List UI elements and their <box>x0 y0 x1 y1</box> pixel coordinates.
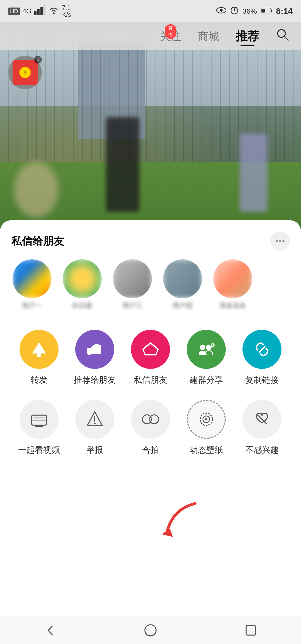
nav-tab-shangcheng[interactable]: 商城 <box>198 29 219 43</box>
actions-row-2: 一起看视频 举报 合拍 <box>11 400 290 456</box>
svg-line-42 <box>258 415 266 423</box>
friend-name: 亲友佳友 <box>213 301 252 310</box>
action-report[interactable]: 举报 <box>72 400 117 456</box>
svg-rect-34 <box>35 425 43 427</box>
action-not-interested[interactable]: 不感兴趣 <box>240 400 284 456</box>
not-interested-label: 不感兴趣 <box>245 444 279 456</box>
top-nav: 直播 关注 商城 推荐 <box>0 22 301 50</box>
svg-text:¥: ¥ <box>23 69 27 76</box>
home-button[interactable] <box>139 619 162 641</box>
friend-avatar <box>163 259 202 298</box>
speed-text: 7.1K/s <box>62 4 71 19</box>
red-envelope-inner: ¥ <box>13 60 38 85</box>
action-wallpaper[interactable]: 动态壁纸 <box>184 400 229 456</box>
search-button[interactable] <box>276 28 290 45</box>
friend-item[interactable]: 用户一 <box>11 259 53 310</box>
dm-friends-list: 用户一 向日葵 用户三 用户四 <box>11 259 290 310</box>
nav-tab-tuijian[interactable]: 推荐 <box>236 28 259 44</box>
svg-point-6 <box>220 9 223 12</box>
report-label: 举报 <box>86 444 103 456</box>
nav-tab-guanzhu[interactable]: 直播 关注 <box>160 29 181 43</box>
repost-label: 转发 <box>31 374 47 386</box>
friend-avatar <box>13 259 52 298</box>
watch-label: 一起看视频 <box>18 444 60 456</box>
actions-row-1: 转发 推荐给朋友 私信朋友 <box>11 330 290 386</box>
bottom-nav <box>0 616 301 644</box>
friend-avatar <box>113 259 152 298</box>
svg-point-19 <box>276 240 278 242</box>
svg-rect-2 <box>40 7 43 15</box>
copy-circle <box>242 330 281 369</box>
hd-badge: HD <box>8 8 20 15</box>
dm-section: 私信给朋友 用户一 向日葵 用户三 <box>0 220 301 316</box>
wifi-icon <box>48 6 59 16</box>
alarm-icon <box>230 6 239 16</box>
svg-rect-23 <box>37 353 41 357</box>
battery-icon <box>261 7 272 16</box>
friend-item[interactable]: 用户四 <box>162 259 203 310</box>
svg-point-21 <box>282 240 285 242</box>
svg-line-30 <box>259 347 265 352</box>
friend-name: 用户四 <box>163 301 202 310</box>
svg-point-44 <box>145 625 156 636</box>
action-dm[interactable]: 私信朋友 <box>128 330 173 386</box>
search-icon <box>276 28 290 42</box>
svg-point-25 <box>200 345 205 350</box>
friend-name: 向日葵 <box>63 301 102 310</box>
group-circle <box>187 330 226 369</box>
wallpaper-label: 动态壁纸 <box>190 444 223 456</box>
time-text: 8:14 <box>276 6 293 16</box>
action-repost[interactable]: 转发 <box>17 330 61 386</box>
copy-label: 复制链接 <box>245 374 279 386</box>
repost-circle <box>20 330 59 369</box>
friend-avatar <box>213 259 252 298</box>
coin-icon: ¥ <box>18 66 32 79</box>
status-left: HD 4G 7.1K/s <box>8 4 71 19</box>
network-icon: 4G <box>23 7 31 15</box>
svg-rect-0 <box>34 11 37 15</box>
wallpaper-circle <box>187 400 226 439</box>
svg-point-41 <box>205 418 207 420</box>
close-icon[interactable]: × <box>34 56 42 64</box>
report-circle <box>75 400 114 439</box>
back-button[interactable] <box>39 619 61 641</box>
collab-label: 合拍 <box>142 444 159 456</box>
signal-icon <box>34 5 45 17</box>
action-group[interactable]: 建群分享 <box>184 330 229 386</box>
recommend-label: 推荐给朋友 <box>74 374 116 386</box>
svg-point-20 <box>279 240 281 242</box>
recommend-circle <box>75 330 114 369</box>
recents-button[interactable] <box>240 619 262 641</box>
arrow-indicator <box>145 501 201 541</box>
action-copy[interactable]: 复制链接 <box>240 330 284 386</box>
friend-item[interactable]: 向日葵 <box>61 259 103 310</box>
friend-name: 用户三 <box>113 301 152 310</box>
dm-label: 私信朋友 <box>134 374 167 386</box>
not-interested-circle <box>242 400 281 439</box>
svg-rect-14 <box>261 9 265 13</box>
svg-marker-22 <box>32 342 46 354</box>
svg-line-16 <box>284 36 288 40</box>
friend-item[interactable]: 用户三 <box>111 259 153 310</box>
svg-rect-1 <box>37 9 40 15</box>
dm-header: 私信给朋友 <box>11 231 290 251</box>
dm-more-button[interactable] <box>270 231 290 251</box>
friend-name: 用户一 <box>13 301 52 310</box>
friend-avatar <box>63 259 102 298</box>
svg-rect-3 <box>43 5 45 15</box>
action-watch-together[interactable]: 一起看视频 <box>17 400 61 456</box>
collab-circle <box>131 400 170 439</box>
dm-title: 私信给朋友 <box>11 234 64 248</box>
status-right: 36% 8:14 <box>216 6 293 16</box>
battery-text: 36% <box>242 7 257 16</box>
dm-circle <box>131 330 170 369</box>
action-recommend[interactable]: 推荐给朋友 <box>72 330 117 386</box>
friend-item[interactable]: 亲友佳友 <box>212 259 254 310</box>
red-envelope[interactable]: × ¥ <box>8 56 42 89</box>
arrow-svg <box>145 501 201 540</box>
live-badge: 直播 <box>165 24 176 39</box>
svg-rect-24 <box>87 348 91 355</box>
action-collab[interactable]: 合拍 <box>128 400 173 456</box>
group-label: 建群分享 <box>190 374 223 386</box>
svg-rect-13 <box>271 9 272 12</box>
